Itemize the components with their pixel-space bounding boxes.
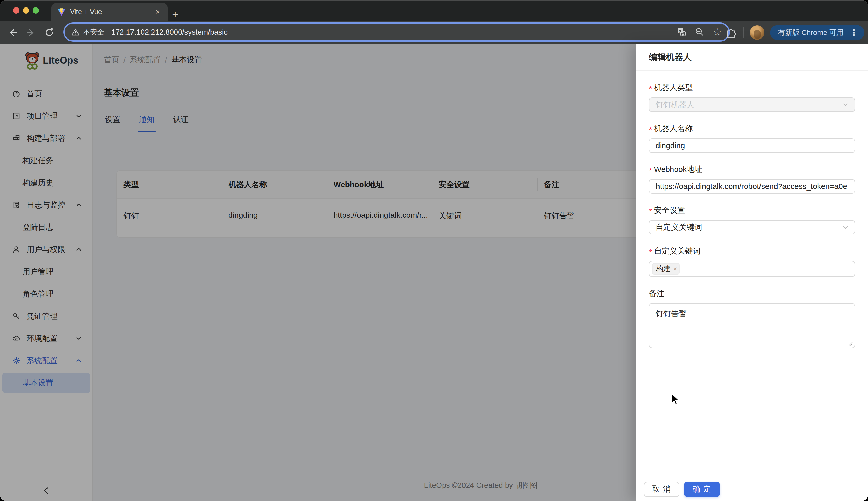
browser-tab[interactable]: Vite + Vue × — [52, 3, 168, 21]
field-security: * 安全设置 自定义关键词 — [649, 205, 855, 234]
extensions-puzzle-icon[interactable] — [725, 26, 737, 39]
security-label: 不安全 — [83, 28, 104, 37]
field-robot-type: * 机器人类型 钉钉机器人 — [649, 83, 855, 112]
confirm-button[interactable]: 确 定 — [684, 482, 720, 497]
window-close-button[interactable] — [13, 7, 19, 14]
security-select[interactable]: 自定义关键词 — [649, 220, 855, 234]
not-secure-warning-icon — [71, 28, 79, 36]
field-robot-name: * 机器人名称 — [649, 124, 855, 153]
tab-close-icon[interactable]: × — [153, 8, 162, 16]
drawer-footer: 取 消 确 定 — [636, 477, 868, 501]
bookmark-star-icon[interactable]: ☆ — [713, 27, 722, 37]
robot-type-select: 钉钉机器人 — [649, 97, 855, 112]
required-asterisk: * — [649, 248, 652, 256]
cancel-button[interactable]: 取 消 — [644, 482, 679, 497]
field-webhook: * Webhook地址 — [649, 165, 855, 194]
chevron-down-icon — [842, 102, 849, 108]
zoom-out-icon[interactable] — [695, 28, 704, 37]
tag-close-icon[interactable]: × — [673, 265, 677, 273]
translate-icon[interactable]: G — [677, 28, 686, 37]
profile-avatar[interactable] — [750, 25, 765, 40]
webhook-input[interactable] — [649, 179, 855, 194]
url-text: 172.17.102.212:8000/system/basic — [111, 28, 673, 36]
tab-strip: Vite + Vue × + — [0, 0, 868, 21]
keyword-tag: 构建 × — [652, 263, 680, 275]
reload-button[interactable] — [41, 21, 57, 44]
toolbar-separator — [743, 27, 744, 38]
robot-name-input[interactable] — [649, 138, 855, 153]
favicon-vite-icon — [57, 8, 66, 16]
required-asterisk: * — [649, 207, 652, 216]
chrome-update-label: 有新版 Chrome 可用 — [778, 28, 844, 38]
window-minimize-button[interactable] — [23, 7, 29, 14]
required-asterisk: * — [649, 166, 652, 175]
window-zoom-button[interactable] — [33, 7, 39, 14]
edit-robot-drawer: 编辑机器人 * 机器人类型 钉钉机器人 * 机器人名称 — [636, 44, 868, 501]
drawer-header: 编辑机器人 — [636, 44, 868, 71]
required-asterisk: * — [649, 125, 652, 134]
browser-toolbar: 不安全 172.17.102.212:8000/system/basic G — [0, 21, 868, 44]
drawer-title: 编辑机器人 — [649, 52, 692, 63]
chrome-update-button[interactable]: 有新版 Chrome 可用 ⋮ — [770, 25, 864, 40]
required-asterisk: * — [649, 84, 652, 93]
tab-title: Vite + Vue — [70, 8, 149, 16]
mouse-cursor — [671, 393, 682, 406]
forward-button[interactable] — [23, 21, 39, 44]
page-viewport: LiteOps 首页 项目管理 — [0, 44, 868, 501]
remark-textarea[interactable]: 钉钉告警 — [649, 303, 855, 348]
address-bar[interactable]: 不安全 172.17.102.212:8000/system/basic G — [63, 22, 730, 42]
field-remark: 备注 钉钉告警 — [649, 289, 855, 348]
back-button[interactable] — [5, 21, 21, 44]
field-keywords: * 自定义关键词 构建 × — [649, 246, 855, 277]
chrome-menu-kebab-icon[interactable]: ⋮ — [848, 28, 860, 38]
chevron-down-icon — [842, 224, 849, 231]
new-tab-button[interactable]: + — [172, 9, 178, 20]
keywords-tag-input[interactable]: 构建 × — [649, 261, 855, 277]
browser-window: Vite + Vue × + — [0, 0, 868, 501]
drawer-body: * 机器人类型 钉钉机器人 * 机器人名称 * Webhook地址 — [636, 71, 868, 348]
resize-handle-icon[interactable] — [847, 340, 853, 346]
